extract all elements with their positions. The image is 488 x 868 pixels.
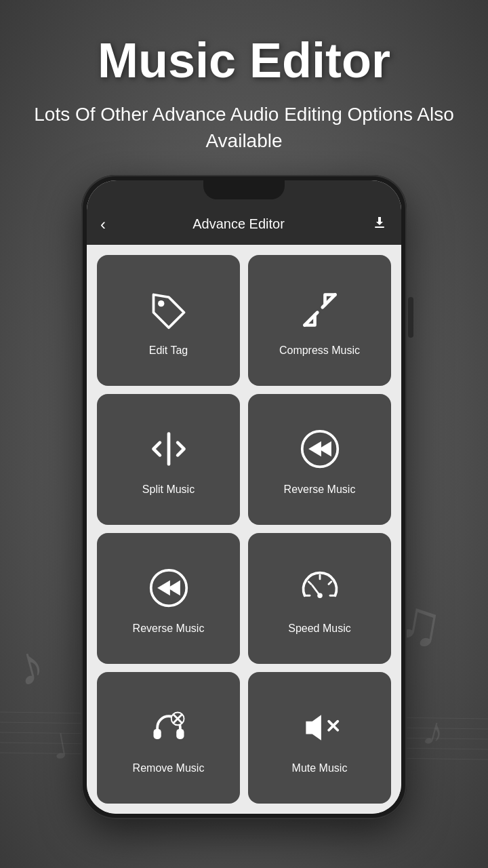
speed-music-label: Speed Music <box>288 622 351 636</box>
remove-music-button[interactable]: Remove Music <box>97 672 240 803</box>
reverse-music-button-1[interactable]: Reverse Music <box>248 394 391 525</box>
app-bar-title: Advance Editor <box>192 216 285 232</box>
headphone-remove-icon <box>145 704 192 751</box>
back-button[interactable]: ‹ <box>100 215 106 234</box>
page-title: Music Editor <box>0 34 488 87</box>
mute-music-label: Mute Music <box>292 762 348 776</box>
mute-music-button[interactable]: Mute Music <box>248 672 391 803</box>
svg-rect-30 <box>153 728 161 738</box>
svg-rect-31 <box>176 728 184 738</box>
svg-text:♩: ♩ <box>49 727 71 767</box>
svg-line-26 <box>308 582 311 585</box>
phone-screen: ‹ Advance Editor <box>87 180 401 814</box>
split-music-button[interactable]: Split Music <box>97 394 240 525</box>
edit-tag-button[interactable]: Edit Tag <box>97 255 240 386</box>
reverse-music-label-2: Reverse Music <box>133 622 205 636</box>
compress-music-button[interactable]: Compress Music <box>248 255 391 386</box>
phone-mockup: ‹ Advance Editor <box>81 175 407 819</box>
speedometer-icon <box>296 564 344 612</box>
reverse-icon-1 <box>296 425 344 473</box>
mute-icon <box>296 704 344 751</box>
compress-music-label: Compress Music <box>279 344 360 358</box>
svg-point-12 <box>158 300 164 307</box>
svg-text:♪: ♪ <box>9 633 51 698</box>
header-section: Music Editor Lots Of Other Advance Audio… <box>0 0 488 155</box>
svg-line-27 <box>328 582 331 585</box>
split-music-label: Split Music <box>142 483 195 497</box>
edit-tag-label: Edit Tag <box>149 344 188 358</box>
svg-marker-35 <box>306 715 321 741</box>
speed-music-button[interactable]: Speed Music <box>248 533 391 664</box>
reverse-music-label-1: Reverse Music <box>284 483 356 497</box>
svg-rect-11 <box>375 226 384 228</box>
reverse-music-button-2[interactable]: Reverse Music <box>97 533 240 664</box>
page-subtitle: Lots Of Other Advance Audio Editing Opti… <box>0 101 488 154</box>
phone-outer-frame: ‹ Advance Editor <box>81 175 407 819</box>
svg-point-29 <box>317 593 323 599</box>
reverse-icon-2 <box>145 564 192 612</box>
split-icon <box>145 425 192 473</box>
edit-tag-icon <box>145 286 192 334</box>
remove-music-label: Remove Music <box>133 762 205 776</box>
compress-icon <box>296 286 344 334</box>
features-grid: Edit Tag <box>87 245 401 814</box>
download-button[interactable] <box>371 214 388 235</box>
phone-notch <box>203 180 285 199</box>
phone-side-button <box>408 297 413 338</box>
